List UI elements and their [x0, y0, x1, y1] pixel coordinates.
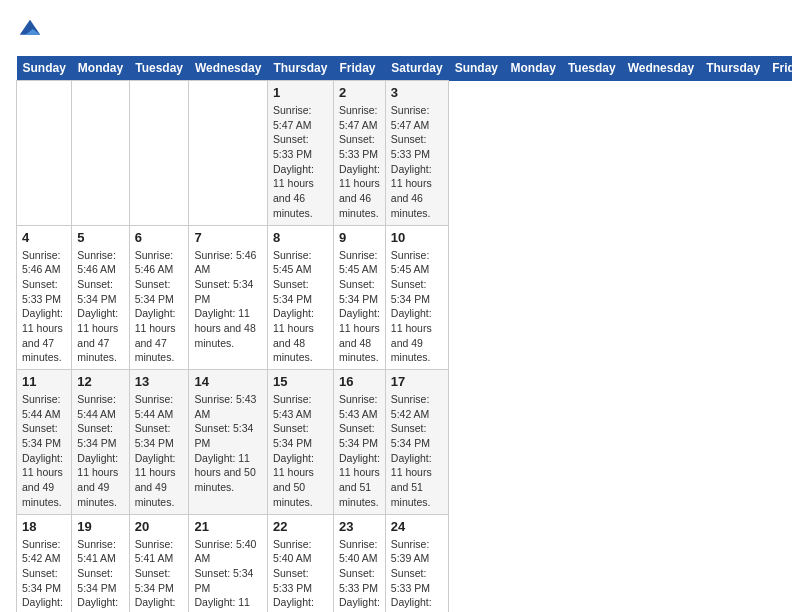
calendar-cell: 2Sunrise: 5:47 AMSunset: 5:33 PMDaylight…: [333, 81, 385, 226]
calendar-cell: 11Sunrise: 5:44 AMSunset: 5:34 PMDayligh…: [17, 370, 72, 515]
day-number: 10: [391, 230, 443, 245]
calendar-cell: [72, 81, 129, 226]
day-info: Sunrise: 5:40 AMSunset: 5:33 PMDaylight:…: [273, 537, 328, 613]
calendar-cell: 12Sunrise: 5:44 AMSunset: 5:34 PMDayligh…: [72, 370, 129, 515]
calendar-cell: 22Sunrise: 5:40 AMSunset: 5:33 PMDayligh…: [267, 514, 333, 612]
calendar-cell: [17, 81, 72, 226]
logo-icon: [16, 16, 44, 44]
calendar-cell: 9Sunrise: 5:45 AMSunset: 5:34 PMDaylight…: [333, 225, 385, 370]
page-header: [16, 16, 776, 44]
day-info: Sunrise: 5:42 AMSunset: 5:34 PMDaylight:…: [391, 392, 443, 510]
col-header-friday: Friday: [766, 56, 792, 81]
calendar-cell: [189, 81, 267, 226]
day-number: 2: [339, 85, 380, 100]
day-number: 11: [22, 374, 66, 389]
day-info: Sunrise: 5:41 AMSunset: 5:34 PMDaylight:…: [135, 537, 184, 613]
calendar-cell: 7Sunrise: 5:46 AMSunset: 5:34 PMDaylight…: [189, 225, 267, 370]
calendar-cell: 21Sunrise: 5:40 AMSunset: 5:34 PMDayligh…: [189, 514, 267, 612]
day-info: Sunrise: 5:46 AMSunset: 5:34 PMDaylight:…: [135, 248, 184, 366]
day-number: 19: [77, 519, 123, 534]
day-number: 15: [273, 374, 328, 389]
calendar-cell: 8Sunrise: 5:45 AMSunset: 5:34 PMDaylight…: [267, 225, 333, 370]
day-number: 24: [391, 519, 443, 534]
day-info: Sunrise: 5:43 AMSunset: 5:34 PMDaylight:…: [339, 392, 380, 510]
calendar-cell: [129, 81, 189, 226]
calendar-cell: 18Sunrise: 5:42 AMSunset: 5:34 PMDayligh…: [17, 514, 72, 612]
day-info: Sunrise: 5:45 AMSunset: 5:34 PMDaylight:…: [339, 248, 380, 366]
col-header-sunday: Sunday: [449, 56, 505, 81]
calendar-cell: 14Sunrise: 5:43 AMSunset: 5:34 PMDayligh…: [189, 370, 267, 515]
calendar-cell: 13Sunrise: 5:44 AMSunset: 5:34 PMDayligh…: [129, 370, 189, 515]
day-number: 12: [77, 374, 123, 389]
day-number: 6: [135, 230, 184, 245]
day-info: Sunrise: 5:47 AMSunset: 5:33 PMDaylight:…: [273, 103, 328, 221]
calendar-cell: 20Sunrise: 5:41 AMSunset: 5:34 PMDayligh…: [129, 514, 189, 612]
day-info: Sunrise: 5:47 AMSunset: 5:33 PMDaylight:…: [339, 103, 380, 221]
day-number: 18: [22, 519, 66, 534]
day-info: Sunrise: 5:41 AMSunset: 5:34 PMDaylight:…: [77, 537, 123, 613]
day-number: 16: [339, 374, 380, 389]
day-info: Sunrise: 5:46 AMSunset: 5:34 PMDaylight:…: [194, 248, 261, 351]
day-number: 21: [194, 519, 261, 534]
day-header-friday: Friday: [333, 56, 385, 81]
calendar-cell: 19Sunrise: 5:41 AMSunset: 5:34 PMDayligh…: [72, 514, 129, 612]
day-info: Sunrise: 5:44 AMSunset: 5:34 PMDaylight:…: [22, 392, 66, 510]
calendar-cell: 1Sunrise: 5:47 AMSunset: 5:33 PMDaylight…: [267, 81, 333, 226]
day-info: Sunrise: 5:44 AMSunset: 5:34 PMDaylight:…: [135, 392, 184, 510]
day-info: Sunrise: 5:45 AMSunset: 5:34 PMDaylight:…: [273, 248, 328, 366]
day-info: Sunrise: 5:39 AMSunset: 5:33 PMDaylight:…: [391, 537, 443, 613]
day-number: 1: [273, 85, 328, 100]
calendar-cell: 16Sunrise: 5:43 AMSunset: 5:34 PMDayligh…: [333, 370, 385, 515]
day-number: 8: [273, 230, 328, 245]
calendar-table: SundayMondayTuesdayWednesdayThursdayFrid…: [16, 56, 792, 612]
day-number: 17: [391, 374, 443, 389]
week-row-4: 18Sunrise: 5:42 AMSunset: 5:34 PMDayligh…: [17, 514, 793, 612]
day-number: 9: [339, 230, 380, 245]
day-info: Sunrise: 5:40 AMSunset: 5:33 PMDaylight:…: [339, 537, 380, 613]
day-info: Sunrise: 5:40 AMSunset: 5:34 PMDaylight:…: [194, 537, 261, 613]
calendar-cell: 23Sunrise: 5:40 AMSunset: 5:33 PMDayligh…: [333, 514, 385, 612]
calendar-cell: 5Sunrise: 5:46 AMSunset: 5:34 PMDaylight…: [72, 225, 129, 370]
calendar-cell: 10Sunrise: 5:45 AMSunset: 5:34 PMDayligh…: [385, 225, 448, 370]
col-header-tuesday: Tuesday: [562, 56, 622, 81]
day-number: 3: [391, 85, 443, 100]
col-header-thursday: Thursday: [700, 56, 766, 81]
day-header-wednesday: Wednesday: [189, 56, 267, 81]
day-number: 22: [273, 519, 328, 534]
day-number: 7: [194, 230, 261, 245]
day-header-thursday: Thursday: [267, 56, 333, 81]
day-number: 13: [135, 374, 184, 389]
calendar-cell: 17Sunrise: 5:42 AMSunset: 5:34 PMDayligh…: [385, 370, 448, 515]
week-row-2: 4Sunrise: 5:46 AMSunset: 5:33 PMDaylight…: [17, 225, 793, 370]
col-header-monday: Monday: [505, 56, 562, 81]
day-number: 14: [194, 374, 261, 389]
day-info: Sunrise: 5:46 AMSunset: 5:34 PMDaylight:…: [77, 248, 123, 366]
header-row: SundayMondayTuesdayWednesdayThursdayFrid…: [17, 56, 793, 81]
logo: [16, 16, 48, 44]
day-number: 20: [135, 519, 184, 534]
calendar-cell: 6Sunrise: 5:46 AMSunset: 5:34 PMDaylight…: [129, 225, 189, 370]
day-info: Sunrise: 5:43 AMSunset: 5:34 PMDaylight:…: [273, 392, 328, 510]
calendar-cell: 3Sunrise: 5:47 AMSunset: 5:33 PMDaylight…: [385, 81, 448, 226]
day-number: 4: [22, 230, 66, 245]
week-row-3: 11Sunrise: 5:44 AMSunset: 5:34 PMDayligh…: [17, 370, 793, 515]
week-row-1: 1Sunrise: 5:47 AMSunset: 5:33 PMDaylight…: [17, 81, 793, 226]
day-number: 23: [339, 519, 380, 534]
day-header-sunday: Sunday: [17, 56, 72, 81]
col-header-wednesday: Wednesday: [622, 56, 700, 81]
day-info: Sunrise: 5:44 AMSunset: 5:34 PMDaylight:…: [77, 392, 123, 510]
day-info: Sunrise: 5:46 AMSunset: 5:33 PMDaylight:…: [22, 248, 66, 366]
calendar-cell: 24Sunrise: 5:39 AMSunset: 5:33 PMDayligh…: [385, 514, 448, 612]
day-info: Sunrise: 5:42 AMSunset: 5:34 PMDaylight:…: [22, 537, 66, 613]
day-header-monday: Monday: [72, 56, 129, 81]
calendar-cell: 15Sunrise: 5:43 AMSunset: 5:34 PMDayligh…: [267, 370, 333, 515]
day-info: Sunrise: 5:43 AMSunset: 5:34 PMDaylight:…: [194, 392, 261, 495]
day-header-saturday: Saturday: [385, 56, 448, 81]
day-header-tuesday: Tuesday: [129, 56, 189, 81]
day-number: 5: [77, 230, 123, 245]
calendar-cell: 4Sunrise: 5:46 AMSunset: 5:33 PMDaylight…: [17, 225, 72, 370]
day-info: Sunrise: 5:45 AMSunset: 5:34 PMDaylight:…: [391, 248, 443, 366]
day-info: Sunrise: 5:47 AMSunset: 5:33 PMDaylight:…: [391, 103, 443, 221]
